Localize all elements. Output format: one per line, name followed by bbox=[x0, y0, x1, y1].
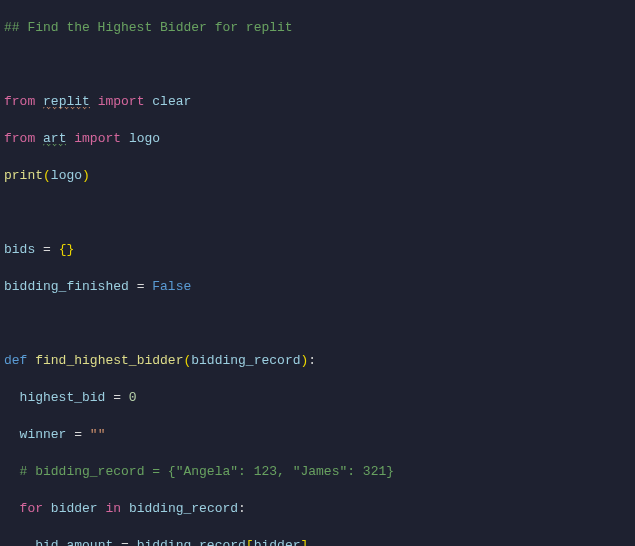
code-line: from art import logo bbox=[4, 130, 631, 149]
module-art: art bbox=[43, 131, 66, 147]
code-line: bidding_finished = False bbox=[4, 278, 631, 297]
code-line: print(logo) bbox=[4, 167, 631, 186]
code-line: bid_amount = bidding_record[bidder] bbox=[4, 537, 631, 547]
code-line: ## Find the Highest Bidder for replit bbox=[4, 19, 631, 38]
comment: # bidding_record = {"Angela": 123, "Jame… bbox=[20, 464, 394, 479]
code-line: highest_bid = 0 bbox=[4, 389, 631, 408]
blank-line bbox=[4, 56, 631, 75]
code-editor[interactable]: ## Find the Highest Bidder for replit fr… bbox=[0, 0, 635, 546]
code-line: def find_highest_bidder(bidding_record): bbox=[4, 352, 631, 371]
code-line: bids = {} bbox=[4, 241, 631, 260]
comment: ## Find the Highest Bidder for replit bbox=[4, 20, 293, 35]
code-line: from replit import clear bbox=[4, 93, 631, 112]
module-replit: replit bbox=[43, 94, 90, 110]
blank-line bbox=[4, 315, 631, 334]
code-line: for bidder in bidding_record: bbox=[4, 500, 631, 519]
code-line: # bidding_record = {"Angela": 123, "Jame… bbox=[4, 463, 631, 482]
code-line: winner = "" bbox=[4, 426, 631, 445]
blank-line bbox=[4, 204, 631, 223]
